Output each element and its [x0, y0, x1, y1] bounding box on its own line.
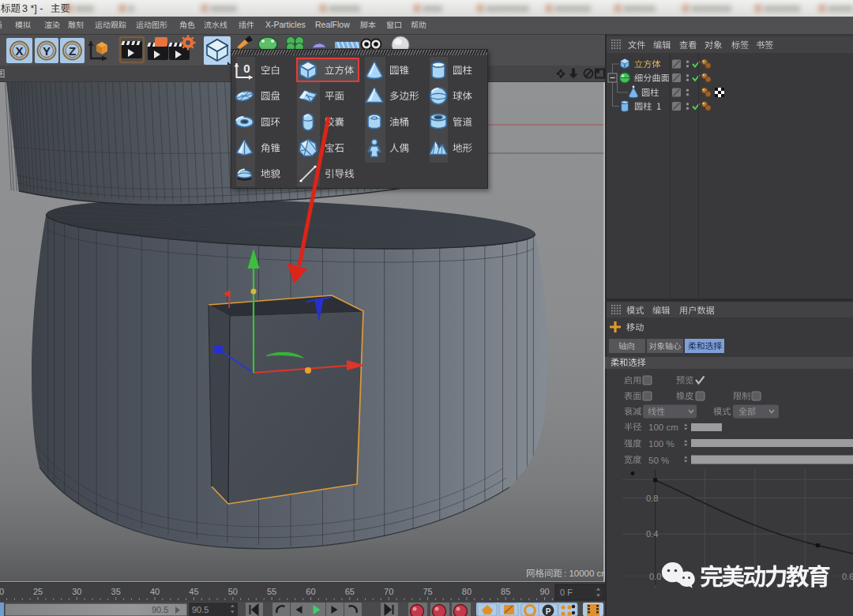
svg-text:100 cm: 100 cm — [648, 423, 678, 432]
svg-text:90: 90 — [539, 587, 549, 596]
svg-text:40: 40 — [150, 587, 160, 596]
svg-text:45: 45 — [189, 587, 198, 596]
svg-text:85: 85 — [501, 587, 510, 596]
svg-text:90.5: 90.5 — [192, 605, 209, 614]
svg-text:20: 20 — [0, 587, 4, 596]
svg-text:30: 30 — [72, 587, 81, 596]
svg-text:0.8: 0.8 — [646, 494, 658, 503]
svg-text:90.5: 90.5 — [152, 605, 168, 614]
svg-text:0.4: 0.4 — [646, 529, 658, 539]
svg-text:P: P — [546, 607, 551, 616]
svg-text:60: 60 — [306, 587, 315, 596]
svg-text:75: 75 — [423, 587, 432, 596]
svg-text:70: 70 — [384, 587, 393, 596]
svg-text:65: 65 — [345, 587, 355, 596]
svg-text:100 %: 100 % — [648, 439, 675, 449]
svg-text:55: 55 — [267, 587, 276, 596]
svg-text:80: 80 — [462, 587, 472, 596]
svg-text:25: 25 — [33, 587, 43, 596]
svg-text:50 %: 50 % — [648, 456, 669, 465]
svg-text:50: 50 — [228, 587, 238, 596]
svg-text:35: 35 — [111, 587, 121, 596]
svg-text:0 F: 0 F — [560, 588, 573, 597]
